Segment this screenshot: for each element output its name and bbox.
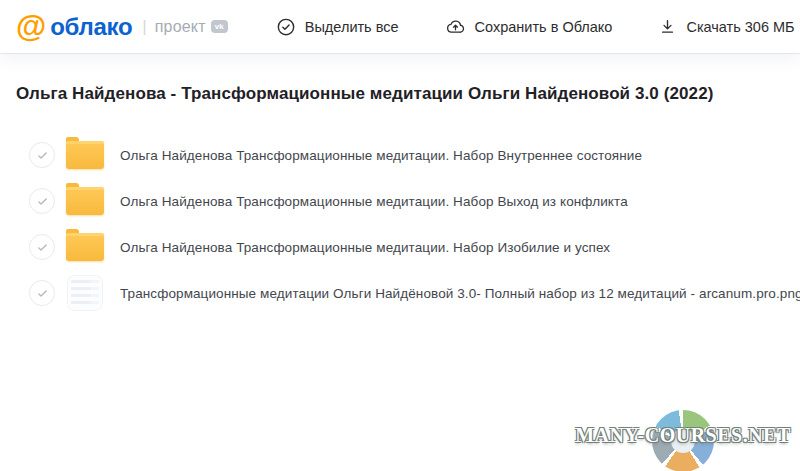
save-to-cloud-button[interactable]: Сохранить в Облако xyxy=(445,17,613,37)
image-thumbnail-icon xyxy=(67,275,103,311)
row-checkbox[interactable] xyxy=(29,188,55,214)
mailru-at-icon: @ xyxy=(16,11,45,42)
file-name[interactable]: Ольга Найденова Трансформационные медита… xyxy=(120,148,642,163)
folder-icon-cell xyxy=(64,182,106,220)
image-thumb-cell xyxy=(64,274,106,312)
folder-icon xyxy=(66,187,104,215)
folder-icon-cell xyxy=(64,136,106,174)
save-to-cloud-label: Сохранить в Облако xyxy=(475,19,613,35)
file-row-folder-2[interactable]: Ольга Найденова Трансформационные медита… xyxy=(16,178,784,224)
folder-icon-cell xyxy=(64,228,106,266)
cloud-logo[interactable]: @ облако | проект vk xyxy=(16,11,228,42)
download-label: Скачать 306 МБ xyxy=(686,19,794,35)
row-checkbox[interactable] xyxy=(29,142,55,168)
header: @ облако | проект vk Выделить все Сохран… xyxy=(0,0,800,53)
file-row-folder-1[interactable]: Ольга Найденова Трансформационные медита… xyxy=(16,132,784,178)
row-checkbox[interactable] xyxy=(29,280,55,306)
checkmark-icon xyxy=(36,195,49,208)
main-content: Ольга Найденова - Трансформационные меди… xyxy=(0,84,800,316)
download-button[interactable]: Скачать 306 МБ xyxy=(658,17,794,36)
checkmark-icon xyxy=(36,287,49,300)
file-list: Ольга Найденова Трансформационные медита… xyxy=(16,132,784,316)
brand-name: облако xyxy=(50,13,132,41)
watermark: MANY-COURSES.NET xyxy=(569,403,797,469)
page-title: Ольга Найденова - Трансформационные меди… xyxy=(16,84,784,104)
watermark-text: MANY-COURSES.NET xyxy=(569,424,797,447)
file-name[interactable]: Трансформационные медитации Ольги Найдён… xyxy=(120,286,800,301)
logo-divider: | xyxy=(142,17,146,37)
vk-logo-icon: vk xyxy=(211,20,228,33)
download-icon xyxy=(658,17,677,36)
select-all-label: Выделить все xyxy=(305,19,399,35)
file-name[interactable]: Ольга Найденова Трансформационные медита… xyxy=(120,194,628,209)
file-row-image[interactable]: Трансформационные медитации Ольги Найдён… xyxy=(16,270,784,316)
select-all-button[interactable]: Выделить все xyxy=(276,17,399,37)
header-actions: Выделить все Сохранить в Облако Скачать … xyxy=(276,17,795,37)
row-checkbox[interactable] xyxy=(29,234,55,260)
cloud-upload-icon xyxy=(445,17,466,37)
file-row-folder-3[interactable]: Ольга Найденова Трансформационные медита… xyxy=(16,224,784,270)
globe-logo-icon xyxy=(652,410,714,471)
file-name[interactable]: Ольга Найденова Трансформационные медита… xyxy=(120,240,610,255)
folder-icon xyxy=(66,141,104,169)
check-circle-icon xyxy=(276,17,296,37)
project-label: проект xyxy=(155,18,206,36)
checkmark-icon xyxy=(36,149,49,162)
folder-icon xyxy=(66,233,104,261)
checkmark-icon xyxy=(36,241,49,254)
